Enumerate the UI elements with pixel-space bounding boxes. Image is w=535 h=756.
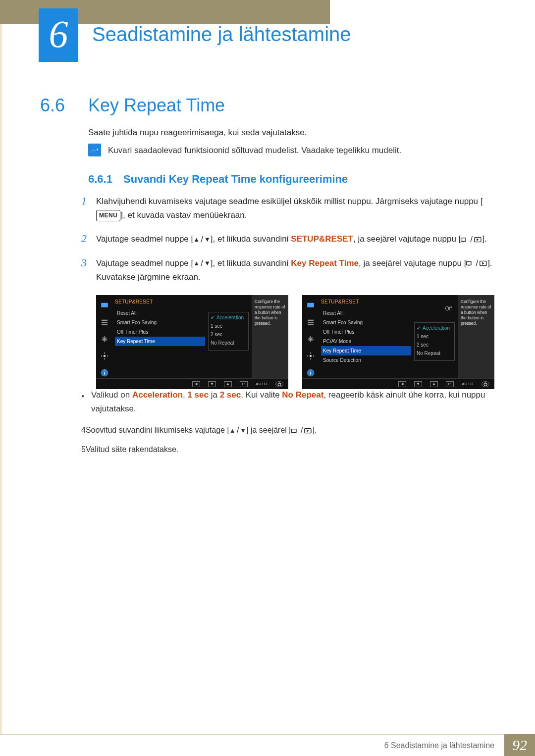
step-1: 1 Klahvijuhendi kuvamiseks vajutage sead…	[81, 195, 501, 222]
osd-item: Source Detection	[321, 355, 414, 365]
osd-item: PC/AV Mode	[321, 337, 414, 346]
svg-rect-13	[104, 371, 105, 372]
up-down-icon: ▲/▼	[193, 233, 210, 247]
svg-point-10	[104, 355, 106, 357]
osd-option: 2 sec	[209, 330, 248, 339]
osd-item: Smart Eco Saving	[321, 318, 414, 327]
svg-rect-7	[102, 320, 107, 321]
source-enter-icon: /	[291, 426, 312, 435]
osd-item: Off Timer Plus	[115, 327, 208, 337]
svg-rect-6	[101, 303, 108, 307]
note-text: Kuvari saadaolevad funktsioonid sõltuvad…	[108, 144, 401, 155]
osd-item-selected: Key Repeat Time	[321, 346, 411, 355]
osd-item-selected: Key Repeat Time	[115, 337, 205, 346]
osd-menu-list: Reset All Smart Eco Saving Off Timer Plu…	[115, 308, 208, 346]
step-3: 3 Vajutage seadmel nuppe [▲/▼], et liiku…	[81, 256, 501, 285]
note-row: Kuvari saadaolevad funktsioonid sõltuvad…	[88, 144, 505, 156]
tab-picture-icon	[305, 300, 316, 311]
svg-rect-4	[468, 265, 470, 265]
svg-rect-26	[291, 429, 296, 433]
svg-rect-0	[461, 238, 466, 241]
svg-rect-18	[308, 322, 314, 323]
svg-rect-22	[310, 372, 311, 375]
svg-rect-17	[308, 320, 314, 321]
bullet-icon: ●	[81, 388, 84, 416]
osd-option: No Repeat	[415, 349, 454, 357]
menu-badge: MENU	[96, 210, 120, 222]
step-number: 3	[81, 256, 96, 269]
svg-rect-1	[463, 241, 464, 242]
osd-option: 1 sec	[415, 332, 454, 341]
tab-info-icon	[99, 367, 110, 378]
footer-label: 6 Seadistamine ja lähtestamine	[0, 734, 504, 756]
osd-screenshots: SETUP&RESET Reset All Smart Eco Saving O…	[96, 295, 494, 389]
page-footer: 6 Seadistamine ja lähtestamine 92	[0, 734, 535, 756]
osd-heading: SETUP&RESET	[321, 299, 414, 304]
svg-rect-8	[102, 322, 107, 323]
step-number: 2	[81, 232, 96, 245]
svg-rect-19	[308, 324, 314, 325]
step-number: 5	[81, 445, 86, 454]
osd-item: Reset All	[115, 308, 208, 318]
tab-size-icon	[99, 334, 110, 345]
step-number: 1	[81, 195, 96, 207]
subsection-heading: 6.6.1 Suvandi Key Repeat Time konfiguree…	[88, 173, 348, 186]
chapter-badge: 6	[39, 8, 78, 62]
up-down-icon: ▲/▼	[229, 426, 246, 435]
osd-help-text: Configure the response rate of a button …	[252, 295, 288, 378]
source-enter-icon: /	[466, 256, 487, 270]
osd-right: SETUP&RESET Reset All Smart Eco Saving O…	[302, 295, 494, 389]
osd-heading: SETUP&RESET	[115, 299, 208, 304]
tab-info-icon	[305, 367, 316, 378]
step-4: 4 Soovitud suvandini liikumiseks vajutag…	[81, 426, 501, 435]
osd-option: 2 sec	[415, 341, 454, 349]
osd-value-off: Off	[414, 306, 455, 311]
svg-rect-27	[293, 432, 295, 433]
osd-options-box: ✔Acceleration 1 sec 2 sec No Repeat	[414, 322, 455, 361]
step-5: 5 Valitud säte rakendatakse.	[81, 445, 501, 454]
subsection-title: Suvandi Key Repeat Time konfigureerimine	[123, 173, 348, 185]
svg-rect-12	[104, 372, 105, 375]
note-icon	[88, 144, 101, 156]
svg-rect-23	[310, 371, 311, 372]
svg-point-20	[310, 355, 312, 357]
osd-left: SETUP&RESET Reset All Smart Eco Saving O…	[96, 295, 288, 389]
bullet-note: ● Valikud on Acceleration, 1 sec ja 2 se…	[81, 385, 501, 416]
source-enter-icon: /	[461, 233, 482, 247]
section-intro: Saate juhtida nupu reageerimisaega, kui …	[88, 128, 307, 138]
tab-size-icon	[305, 334, 316, 345]
osd-option: No Repeat	[209, 339, 248, 347]
osd-item: Reset All	[321, 308, 414, 318]
svg-rect-3	[467, 262, 471, 265]
osd-option: 1 sec	[209, 322, 248, 330]
svg-rect-16	[307, 303, 314, 307]
svg-rect-9	[102, 324, 107, 325]
osd-item: Off Timer Plus	[321, 327, 414, 337]
step-number: 4	[81, 426, 86, 435]
osd-option-selected: ✔Acceleration	[415, 324, 454, 332]
osd-options-box: ✔Acceleration 1 sec 2 sec No Repeat	[208, 312, 249, 351]
tab-settings-icon	[99, 351, 110, 361]
subsection-number: 6.6.1	[88, 173, 112, 185]
section-title: Key Repeat Time	[88, 95, 225, 116]
chapter-title: Seadistamine ja lähtestamine	[92, 23, 351, 46]
section-number: 6.6	[40, 95, 65, 116]
tab-settings-icon	[305, 351, 316, 361]
osd-option-selected: ✔Acceleration	[209, 313, 248, 322]
osd-item: Smart Eco Saving	[115, 318, 208, 327]
tab-picture-icon	[99, 300, 110, 311]
osd-help-text: Configure the response rate of a button …	[458, 295, 494, 378]
tab-list-icon	[305, 317, 316, 328]
page-number: 92	[504, 734, 535, 756]
step-2: 2 Vajutage seadmel nuppe [▲/▼], et liiku…	[81, 232, 501, 247]
up-down-icon: ▲/▼	[193, 256, 210, 270]
osd-menu-list: Reset All Smart Eco Saving Off Timer Plu…	[321, 308, 414, 365]
tab-list-icon	[99, 317, 110, 328]
